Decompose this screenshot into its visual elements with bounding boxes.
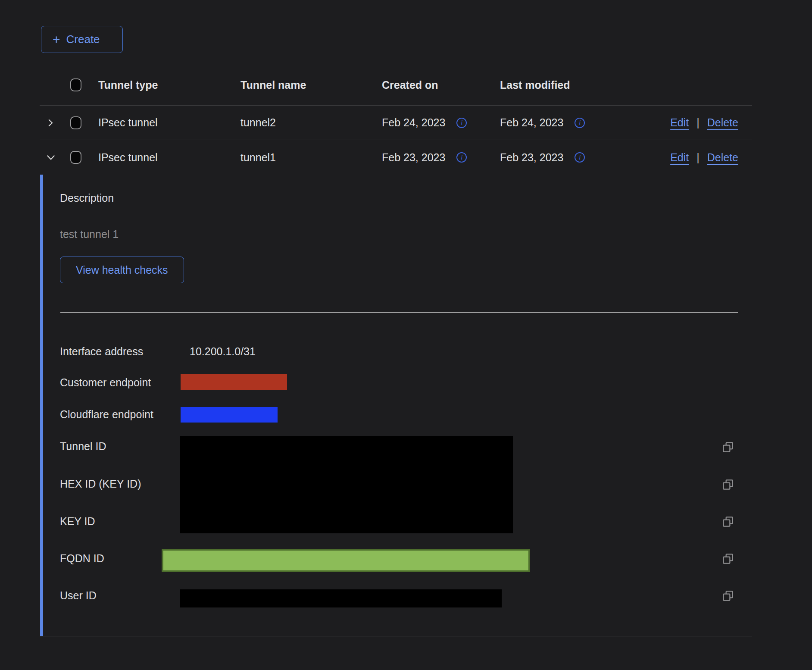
created-on-value: Feb 24, 2023 — [382, 116, 445, 129]
select-all-checkbox[interactable] — [70, 78, 81, 91]
fqdn-id-label: FQDN ID — [60, 552, 104, 565]
description-value: test tunnel 1 — [60, 228, 119, 241]
tunnel-type-cell: IPsec tunnel — [98, 151, 240, 164]
interface-address-label: Interface address — [60, 345, 143, 358]
user-id-redaction — [180, 589, 502, 607]
actions-separator: | — [696, 116, 700, 129]
fqdn-id-redaction — [162, 549, 530, 572]
ids-redaction-block — [180, 436, 513, 533]
view-health-checks-button[interactable]: View health checks — [60, 257, 184, 283]
delete-link[interactable]: Delete — [707, 116, 738, 129]
customer-endpoint-redaction — [181, 374, 287, 390]
user-id-label: User ID — [60, 589, 97, 602]
copy-hex-id-button[interactable] — [721, 478, 734, 491]
col-header-tunnel-name: Tunnel name — [240, 79, 382, 91]
col-header-tunnel-type: Tunnel type — [98, 79, 240, 91]
row-checkbox[interactable] — [70, 116, 81, 129]
col-header-created-on: Created on — [382, 79, 500, 91]
plus-icon: + — [53, 33, 60, 46]
tunnel-detail-panel: Description test tunnel 1 View health ch… — [40, 175, 752, 636]
cloudflare-endpoint-label: Cloudflare endpoint — [60, 408, 153, 421]
tunnel-name-cell: tunnel1 — [240, 151, 382, 164]
info-icon[interactable]: i — [456, 152, 467, 163]
copy-icon — [721, 441, 734, 454]
tunnel-name-cell: tunnel2 — [240, 116, 382, 129]
table-row: IPsec tunnel tunnel2 Feb 24, 2023 i Feb … — [40, 106, 752, 140]
last-modified-value: Feb 23, 2023 — [500, 151, 563, 164]
tunnel-id-label: Tunnel ID — [60, 440, 106, 453]
customer-endpoint-label: Customer endpoint — [60, 376, 151, 389]
interface-address-value: 10.200.1.0/31 — [190, 345, 256, 358]
hex-id-label: HEX ID (KEY ID) — [60, 478, 141, 490]
create-button[interactable]: + Create — [41, 26, 123, 53]
info-icon[interactable]: i — [456, 118, 467, 128]
row-checkbox[interactable] — [70, 151, 81, 164]
actions-separator: | — [696, 151, 700, 164]
collapse-row-button[interactable] — [44, 150, 58, 164]
copy-fqdn-id-button[interactable] — [721, 552, 734, 565]
expand-row-button[interactable] — [44, 116, 57, 129]
copy-icon — [721, 478, 734, 491]
create-button-label: Create — [66, 33, 100, 46]
copy-user-id-button[interactable] — [721, 589, 734, 602]
tunnels-page: + Create Tunnel type Tunnel name Created… — [0, 0, 812, 670]
cloudflare-endpoint-redaction — [181, 407, 278, 423]
table-header-row: Tunnel type Tunnel name Created on Last … — [40, 65, 752, 106]
chevron-right-icon — [46, 118, 55, 128]
copy-icon — [721, 589, 734, 602]
copy-icon — [721, 515, 734, 528]
section-divider — [60, 312, 738, 313]
edit-link[interactable]: Edit — [670, 116, 689, 129]
tunnels-table: Tunnel type Tunnel name Created on Last … — [40, 65, 752, 636]
edit-link[interactable]: Edit — [670, 151, 689, 164]
copy-tunnel-id-button[interactable] — [721, 441, 734, 454]
last-modified-value: Feb 24, 2023 — [500, 116, 563, 129]
table-row: IPsec tunnel tunnel1 Feb 23, 2023 i Feb … — [40, 140, 752, 175]
delete-link[interactable]: Delete — [707, 151, 738, 164]
info-icon[interactable]: i — [575, 118, 585, 128]
col-header-last-modified: Last modified — [500, 79, 665, 91]
key-id-label: KEY ID — [60, 515, 95, 528]
copy-icon — [721, 552, 734, 565]
description-label: Description — [60, 192, 114, 204]
chevron-down-icon — [46, 152, 56, 163]
created-on-value: Feb 23, 2023 — [382, 151, 445, 164]
info-icon[interactable]: i — [575, 152, 585, 163]
copy-key-id-button[interactable] — [721, 515, 734, 528]
tunnel-type-cell: IPsec tunnel — [98, 116, 240, 129]
